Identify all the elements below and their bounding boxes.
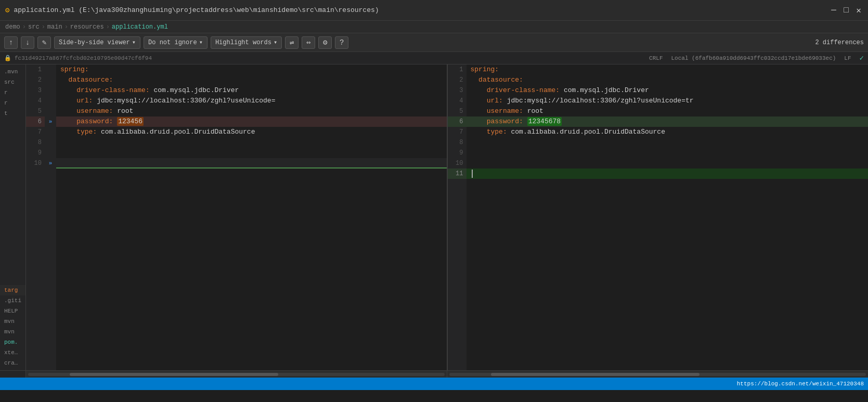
breadcrumb-file[interactable]: application.yml xyxy=(112,23,168,31)
left-linenum-2: 2 xyxy=(26,75,45,85)
breadcrumb-src[interactable]: src xyxy=(28,23,40,31)
left-code-panel: 1 2 3 4 5 6 7 8 9 10 » » spring: d xyxy=(26,64,448,370)
status-bar: https://blog.csdn.net/weixin_47120348 xyxy=(0,378,868,390)
viewer-dropdown[interactable]: Side-by-side viewer ▾ xyxy=(54,36,140,49)
right-line-numbers: 1 2 3 4 5 6 7 8 9 10 11 xyxy=(448,64,467,370)
left-line-8 xyxy=(56,137,447,148)
sidebar-item-r2[interactable]: r xyxy=(0,98,25,108)
diff-panels: .mvn src r r t targ .giti HELP mvn mvn p… xyxy=(0,64,868,370)
highlight-chevron: ▾ xyxy=(274,38,277,46)
right-linenum-3: 3 xyxy=(448,85,467,96)
help-button[interactable]: ? xyxy=(335,36,348,49)
left-linenum-1: 1 xyxy=(26,64,45,75)
settings-button[interactable]: ⚙ xyxy=(318,36,332,49)
minimize-button[interactable]: ─ xyxy=(830,6,838,15)
close-button[interactable]: ✕ xyxy=(854,6,863,15)
left-linenum-6: 6 xyxy=(26,116,45,127)
ignore-label: Do not ignore xyxy=(148,39,197,46)
viewer-label: Side-by-side viewer xyxy=(59,39,130,46)
breadcrumb: demo › src › main › resources › applicat… xyxy=(0,21,868,33)
next-diff-button[interactable]: ↓ xyxy=(21,36,34,49)
right-scrollbar[interactable] xyxy=(447,371,868,378)
lf-label: LF xyxy=(844,55,851,61)
swap-button[interactable]: ⇌ xyxy=(285,36,299,49)
left-line-6: password: 123456 xyxy=(56,116,447,127)
file-info-right: CRLF Local (6fafb60a910dd6943ffc032ccd17… xyxy=(649,54,864,62)
right-code-lines[interactable]: spring: datasource: driver-class-name: c… xyxy=(467,64,869,370)
left-line-10 xyxy=(56,158,447,168)
right-line-8 xyxy=(467,137,869,148)
right-line-10 xyxy=(467,158,869,168)
file-hash: fc31d49217a867fcfcbd02e10795e00d47cf6f94 xyxy=(15,55,152,61)
sidebar-item-targ[interactable]: targ xyxy=(0,285,25,295)
left-scrollbar[interactable] xyxy=(26,371,447,378)
right-linenum-4: 4 xyxy=(448,96,467,106)
sidebar-item-mvnw1[interactable]: mvn xyxy=(0,316,25,327)
sidebar-item-t[interactable]: t xyxy=(0,108,25,119)
arrow-2 xyxy=(45,75,56,85)
scrollbar-area[interactable] xyxy=(0,370,868,378)
sidebar-item-r1[interactable]: r xyxy=(0,87,25,98)
left-linenum-9: 9 xyxy=(26,148,45,158)
left-arrow-col: » » xyxy=(45,64,56,370)
left-linenum-7: 7 xyxy=(26,127,45,137)
left-linenum-4: 4 xyxy=(26,96,45,106)
arrow-1 xyxy=(45,64,56,75)
right-line-4: url: jdbc:mysql://localhost:3306/zghl?us… xyxy=(467,96,869,106)
right-linenum-8: 8 xyxy=(448,137,467,148)
arrow-4 xyxy=(45,96,56,106)
right-line-7: type: com.alibaba.druid.pool.DruidDataSo… xyxy=(467,127,869,137)
breadcrumb-demo[interactable]: demo xyxy=(5,23,20,31)
left-line-2: datasource: xyxy=(56,75,447,85)
prev-diff-button[interactable]: ↑ xyxy=(4,36,18,49)
right-linenum-5: 5 xyxy=(448,106,467,116)
title-bar: ⚙ application.yml (E:\java300zhanghuimin… xyxy=(0,0,868,21)
local-label: Local (6fafb60a910dd6943ffc032ccd17e1bde… xyxy=(671,55,836,61)
right-scroll-thumb[interactable] xyxy=(491,373,699,376)
arrow-8 xyxy=(45,137,56,148)
maximize-button[interactable]: □ xyxy=(842,6,850,15)
breadcrumb-main[interactable]: main xyxy=(47,23,62,31)
sidebar-item-mvn[interactable]: .mvn xyxy=(0,67,25,77)
ignore-chevron: ▾ xyxy=(199,38,203,46)
left-linenum-10: 10 xyxy=(26,158,45,168)
left-line-1: spring: xyxy=(56,64,447,75)
sidebar-item-mvnw2[interactable]: mvn xyxy=(0,327,25,337)
left-linenum-3: 3 xyxy=(26,85,45,96)
right-line-3: driver-class-name: com.mysql.jdbc.Driver xyxy=(467,85,869,96)
left-linenum-5: 5 xyxy=(26,106,45,116)
left-line-numbers: 1 2 3 4 5 6 7 8 9 10 xyxy=(26,64,45,370)
toolbar: ↑ ↓ ✎ Side-by-side viewer ▾ Do not ignor… xyxy=(0,33,868,52)
sidebar-spacer xyxy=(0,119,25,285)
right-linenum-11: 11 xyxy=(448,168,467,179)
left-code-lines[interactable]: spring: datasource: driver-class-name: c… xyxy=(56,64,447,370)
diff-count: 2 differences xyxy=(815,39,864,46)
right-linenum-6: 6 xyxy=(448,116,467,127)
ignore-dropdown[interactable]: Do not ignore ▾ xyxy=(144,36,208,49)
right-linenum-2: 2 xyxy=(448,75,467,85)
sidebar-item-external[interactable]: xternal xyxy=(0,347,25,358)
left-linenum-8: 8 xyxy=(26,137,45,148)
sidebar-item-src[interactable]: src xyxy=(0,77,25,87)
checkmark: ✓ xyxy=(860,54,864,62)
left-line-3: driver-class-name: com.mysql.jdbc.Driver xyxy=(56,85,447,96)
left-line-5: username: root xyxy=(56,106,447,116)
edit-button[interactable]: ✎ xyxy=(37,36,51,49)
left-scroll-thumb[interactable] xyxy=(70,373,278,376)
viewer-chevron: ▾ xyxy=(132,38,136,46)
right-line-1: spring: xyxy=(467,64,869,75)
sidebar-item-giti[interactable]: .giti xyxy=(0,295,25,306)
title-text: application.yml (E:\java300zhanghuiming\… xyxy=(14,6,830,14)
sidebar-item-pom[interactable]: pom. xyxy=(0,337,25,347)
arrow-3 xyxy=(45,85,56,96)
sync-button[interactable]: ⇔ xyxy=(302,36,315,49)
arrow-7 xyxy=(45,127,56,137)
arrow-6: » xyxy=(45,116,56,127)
file-info-left: 🔒 fc31d49217a867fcfcbd02e10795e00d47cf6f… xyxy=(4,55,649,61)
breadcrumb-resources[interactable]: resources xyxy=(70,23,104,31)
sidebar-item-help[interactable]: HELP xyxy=(0,306,25,316)
highlight-dropdown[interactable]: Highlight words ▾ xyxy=(211,36,282,49)
sidebar-item-scratch[interactable]: cratch xyxy=(0,358,25,368)
file-icon: ⚙ xyxy=(5,6,9,15)
left-line-7: type: com.alibaba.druid.pool.DruidDataSo… xyxy=(56,127,447,137)
